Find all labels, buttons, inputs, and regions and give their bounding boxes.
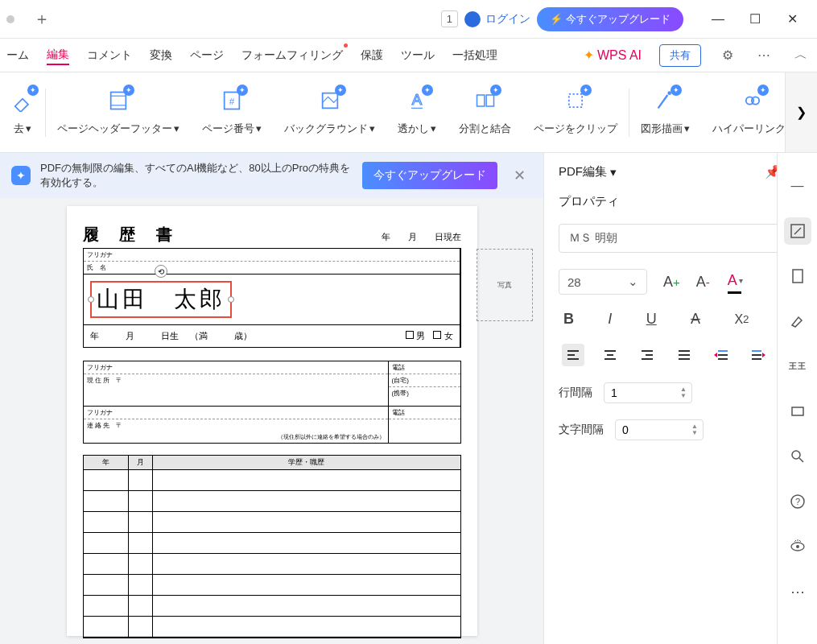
spinner-down-icon[interactable]: ▼ <box>691 430 698 436</box>
sparkle-icon: ✦ <box>237 85 248 96</box>
collapse-ribbon-icon[interactable]: ︿ <box>791 47 811 64</box>
font-size-select[interactable]: 28 ⌄ <box>559 269 647 295</box>
page-rail-icon[interactable] <box>784 262 811 290</box>
sparkle-icon: ✦ <box>335 85 346 96</box>
tool-background[interactable]: ✦ バックグラウンド▾ <box>273 89 386 136</box>
upgrade-button[interactable]: ⚡ 今すぐアップグレード <box>537 7 683 31</box>
indent-increase-button[interactable] <box>710 344 732 366</box>
table-row <box>84 554 460 575</box>
banner-close-button[interactable]: ✕ <box>507 167 532 184</box>
sign-rail-icon[interactable] <box>784 308 811 335</box>
login-button[interactable]: ログイン <box>464 11 530 27</box>
document-canvas[interactable]: 履 歴 書 年 月 日現在 フリガナ 氏 名 ⟲ <box>0 198 543 644</box>
table-row <box>84 533 460 554</box>
text-rail-icon[interactable]: 王王 <box>784 353 811 380</box>
superscript-button[interactable]: X2 <box>734 312 749 327</box>
history-table: 年 月 学歴・職歴 <box>83 455 461 638</box>
help-rail-icon[interactable]: ? <box>784 488 811 515</box>
tool-watermark[interactable]: A✦ 透かし▾ <box>386 89 448 136</box>
underline-button[interactable]: U <box>646 311 657 328</box>
resize-handle-left[interactable] <box>88 296 94 303</box>
align-center-button[interactable] <box>599 344 621 366</box>
share-button[interactable]: 共有 <box>659 44 701 67</box>
chevron-down-icon: ▾ <box>26 122 31 134</box>
table-row <box>84 491 460 512</box>
svg-rect-33 <box>793 270 803 283</box>
indent-decrease-button[interactable] <box>747 344 770 366</box>
strikethrough-button[interactable]: A <box>691 311 700 328</box>
minimize-rail-icon[interactable]: — <box>784 172 811 200</box>
new-tab-button[interactable]: ＋ <box>24 8 60 30</box>
rotate-handle-icon[interactable]: ⟲ <box>155 265 167 278</box>
svg-text:A: A <box>412 90 423 107</box>
line-spacing-label: 行間隔 <box>559 386 592 400</box>
more-rail-icon[interactable]: ⋯ <box>784 578 811 605</box>
menu-convert[interactable]: 変換 <box>150 47 172 64</box>
menu-form-filling[interactable]: フォームフィリング <box>241 47 343 64</box>
panel-title-dropdown[interactable]: PDF編集 ▾ <box>559 164 617 180</box>
close-button[interactable]: ✕ <box>774 6 811 32</box>
maximize-button[interactable]: ☐ <box>737 6 774 32</box>
form-rail-icon[interactable] <box>784 398 811 425</box>
font-family-select[interactable]: ＭＳ 明朝 ⌄ <box>559 224 803 253</box>
tool-split-merge[interactable]: ✦ 分割と結合 <box>448 89 522 136</box>
page-count-indicator[interactable]: 1 <box>441 10 458 27</box>
name-value[interactable]: 山田 太郎 <box>97 287 225 312</box>
svg-text:#: # <box>229 95 235 105</box>
view-rail-icon[interactable] <box>784 533 811 560</box>
sparkle-icon: ✦ <box>27 85 39 96</box>
spinner-down-icon[interactable]: ▼ <box>680 393 687 399</box>
menu-comment[interactable]: コメント <box>87 47 132 64</box>
tool-header-footer[interactable]: ✦ ページヘッダーフッター▾ <box>46 89 191 136</box>
bolt-icon: ✦ <box>11 166 31 185</box>
align-justify-button[interactable] <box>673 344 695 366</box>
banner-text: PDFの無制限の編集、すべてのAI機能など、80以上のProの特典を有効化する。 <box>40 161 353 190</box>
edit-rail-icon[interactable] <box>784 217 811 245</box>
upgrade-banner: ✦ PDFの無制限の編集、すべてのAI機能など、80以上のProの特典を有効化す… <box>0 153 543 198</box>
wps-ai-button[interactable]: ✦ WPS AI <box>584 47 642 63</box>
chevron-down-icon: ▾ <box>610 165 617 180</box>
line-spacing-input[interactable]: 1 ▲▼ <box>604 382 692 403</box>
menu-protect[interactable]: 保護 <box>361 47 383 64</box>
avatar-icon <box>464 11 481 27</box>
svg-rect-0 <box>111 92 126 109</box>
grow-font-button[interactable]: A+ <box>663 274 680 291</box>
menubar: ーム 編集 コメント 変換 ページ フォームフィリング 保護 ツール 一括処理 … <box>0 39 817 72</box>
wps-ai-label: WPS AI <box>597 48 642 63</box>
align-left-button[interactable] <box>562 344 584 366</box>
toolbar-more-button[interactable]: ❯ <box>785 72 817 152</box>
chevron-down-icon: ▾ <box>684 122 690 134</box>
resize-handle-right[interactable] <box>228 296 234 303</box>
char-spacing-input[interactable]: 0 ▲▼ <box>615 419 704 440</box>
banner-upgrade-button[interactable]: 今すぐアップグレード <box>362 162 497 189</box>
tool-erase[interactable]: ✦ 去▾ <box>0 89 45 136</box>
settings-icon[interactable]: ⚙ <box>719 47 737 63</box>
properties-panel: PDF編集 ▾ 📌 ✕ プロパティ ＭＳ 明朝 ⌄ 28 ⌄ A+ A- A▾ <box>543 153 817 644</box>
svg-rect-9 <box>486 95 493 106</box>
chevron-down-icon: ⌄ <box>628 275 638 289</box>
tool-clip-page[interactable]: ✦ ページをクリップ <box>522 89 629 136</box>
shrink-font-button[interactable]: A- <box>696 274 710 291</box>
menu-home[interactable]: ーム <box>6 47 29 64</box>
name-text-edit-box[interactable]: ⟲ 山田 太郎 <box>90 281 232 318</box>
sparkle-icon: ✦ <box>422 85 433 96</box>
menu-edit[interactable]: 編集 <box>47 46 69 65</box>
align-right-button[interactable] <box>636 344 658 366</box>
more-menu-icon[interactable]: ⋯ <box>754 47 774 63</box>
menu-page[interactable]: ページ <box>190 47 224 64</box>
font-color-button[interactable]: A▾ <box>726 272 748 291</box>
search-rail-icon[interactable] <box>784 443 811 470</box>
menu-tools[interactable]: ツール <box>401 47 435 64</box>
minimize-button[interactable]: — <box>699 6 737 32</box>
table-row <box>84 470 460 491</box>
titlebar: ＋ 1 ログイン ⚡ 今すぐアップグレード — ☐ ✕ <box>0 0 817 39</box>
menu-batch[interactable]: 一括処理 <box>452 47 497 64</box>
chevron-down-icon: ▾ <box>431 122 436 134</box>
bold-button[interactable]: B <box>563 311 574 328</box>
resume-page: 履 歴 書 年 月 日現在 フリガナ 氏 名 ⟲ <box>67 206 477 636</box>
italic-button[interactable]: I <box>608 311 612 328</box>
bolt-icon: ⚡ <box>550 13 563 25</box>
tool-shapes[interactable]: ✦ 図形描画▾ <box>629 89 701 136</box>
tool-page-number[interactable]: #✦ ページ番号▾ <box>191 89 273 136</box>
chevron-down-icon: ▾ <box>174 122 179 134</box>
